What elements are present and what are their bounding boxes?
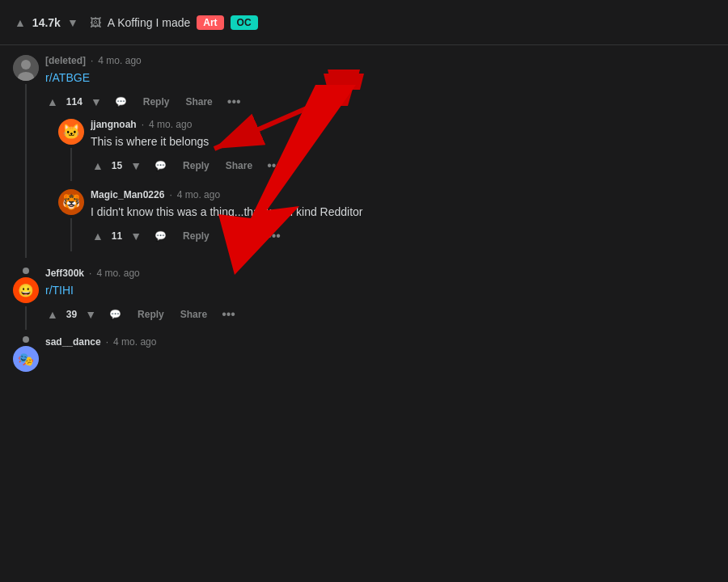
reply-author-c1r1: jjangnoah [91,119,137,130]
comment-meta-c1: [deleted] · 4 mo. ago [45,55,715,66]
tag-art[interactable]: Art [197,15,223,30]
comment-author-c1: [deleted] [45,55,86,66]
reply-text-c1r1: This is where it belongs [91,133,715,150]
reply-icon-c1r1[interactable]: 💬 [150,157,171,175]
comment-timestamp-c1: 4 mo. ago [98,55,141,66]
content-area: [deleted] · 4 mo. ago r/ATBGE ▲ 114 ▼ 💬 … [0,45,728,582]
share-button-c1[interactable]: Share [180,93,217,111]
avatar-sad-dance: 🎭 [13,346,39,372]
downvote-c1r2[interactable]: ▼ [129,228,143,244]
reply-icon-c1[interactable]: 💬 [110,93,132,111]
reply-actions-c1r1: ▲ 15 ▼ 💬 Reply Share ••• [91,157,715,175]
share-button-c1r1[interactable]: Share [221,157,257,175]
comment-body-c1: [deleted] · 4 mo. ago r/ATBGE ▲ 114 ▼ 💬 … [45,55,715,258]
reply-meta-c1r2: Magic_Man0226 · 4 mo. ago [91,189,715,200]
comment-left-c1 [13,55,39,258]
share-button-c2[interactable]: Share [176,306,212,323]
comment-actions-c1: ▲ 114 ▼ 💬 Reply Share ••• [45,93,715,111]
reply-actions-c1r2: ▲ 11 ▼ 💬 Reply Share ••• [91,227,715,245]
reply-body-c1r1: jjangnoah · 4 mo. ago This is where it b… [91,119,715,181]
comment-body-c2: Jeff300k · 4 mo. ago r/TIHI ▲ 39 ▼ 💬 Rep… [45,268,715,330]
comment-time-c1: · [91,55,93,66]
downvote-c1r1[interactable]: ▼ [129,158,143,174]
reply-left-c1r1: 🐱 [58,119,84,181]
vote-count-c1r2: 11 [112,230,122,242]
reply-c1r1: 🐱 jjangnoah · 4 mo. ago This is where it… [58,119,715,181]
reply-button-c2[interactable]: Reply [133,306,169,323]
reply-left-c1r2: 🐯 [58,189,84,251]
comment-actions-c2: ▲ 39 ▼ 💬 Reply Share ••• [45,306,715,323]
comment-c3: 🎭 sad__dance · 4 mo. ago [13,336,715,372]
upvote-c1r1[interactable]: ▲ [91,158,105,174]
vote-container: ▲ 14.7k ▼ [13,15,80,31]
downvote-c2[interactable]: ▼ [83,306,98,323]
avatar-deleted [13,55,39,81]
upvote-c1r2[interactable]: ▲ [91,228,105,244]
comment-meta-c3: sad__dance · 4 mo. ago [45,336,715,348]
reply-meta-c1r1: jjangnoah · 4 mo. ago [91,119,715,130]
vote-count: 14.7k [32,16,61,29]
comment-c2: 😀 Jeff300k · 4 mo. ago r/TIHI ▲ 39 ▼ 💬 R… [13,268,715,330]
vote-count-c2: 39 [66,309,77,320]
comment-time-c2: 4 mo. ago [96,268,139,279]
thread-line-c1r1 [70,148,72,181]
downvote-button[interactable]: ▼ [66,15,80,31]
post-title: A Koffing I made [108,16,190,29]
reply-button-c1r2[interactable]: Reply [178,227,214,245]
post-title-area: 🖼 A Koffing I made Art OC [90,15,258,30]
vote-count-c1r1: 15 [112,160,122,171]
avatar-jjangnoah: 🐱 [58,119,84,145]
reply-author-c1r2: Magic_Man0226 [91,189,164,200]
dot-indicator-c2 [23,268,29,274]
reply-body-c1r2: Magic_Man0226 · 4 mo. ago I didn't know … [91,189,715,251]
upvote-c2[interactable]: ▲ [45,306,60,323]
upvote-button[interactable]: ▲ [13,15,28,31]
reply-text-c1r2: I didn't know this was a thing...thank y… [91,204,715,221]
reply-time-c1r1: 4 mo. ago [149,119,192,130]
subreddit-link-c2[interactable]: r/TIHI [45,284,74,297]
reply-button-c1r1[interactable]: Reply [178,157,214,175]
subreddit-link-c1[interactable]: r/ATBGE [45,71,90,84]
svg-point-1 [21,60,31,70]
reply-button-c1[interactable]: Reply [138,93,175,111]
comment-c1: [deleted] · 4 mo. ago r/ATBGE ▲ 114 ▼ 💬 … [13,55,715,258]
comment-time-c3: 4 mo. ago [113,336,156,348]
comment-link-c1: r/ATBGE [45,70,715,86]
dot-indicator-c3 [23,336,29,343]
more-button-c1[interactable]: ••• [224,93,244,111]
gallery-icon: 🖼 [90,16,101,29]
thread-line-c1r2 [70,218,72,251]
reply-time-c1r2: 4 mo. ago [177,189,220,200]
reply-icon-c1r2[interactable]: 💬 [150,227,171,245]
nested-replies-c1: 🐱 jjangnoah · 4 mo. ago This is where it… [58,119,715,251]
reply-bubble-c1: 💬 [115,96,127,108]
reply-c1r2: 🐯 Magic_Man0226 · 4 mo. ago I didn't kno… [58,189,715,251]
comment-author-c2: Jeff300k [45,268,84,279]
top-bar: ▲ 14.7k ▼ 🖼 A Koffing I made Art OC [0,0,728,45]
share-button-c1r2[interactable]: Share [221,227,257,245]
thread-line-c2 [25,306,27,330]
tag-oc[interactable]: OC [231,15,258,30]
comment-meta-c2: Jeff300k · 4 mo. ago [45,268,715,279]
more-button-c1r2[interactable]: ••• [264,227,284,245]
vote-count-c1: 114 [66,96,83,108]
thread-line-c1 [25,84,27,258]
upvote-c1[interactable]: ▲ [45,94,60,110]
comment-author-c3: sad__dance [45,336,101,348]
comment-body-c3: sad__dance · 4 mo. ago [45,336,715,372]
avatar-magic-man: 🐯 [58,189,84,215]
comment-left-c2: 😀 [13,268,39,330]
avatar-jeff300k: 😀 [13,277,39,303]
comment-link-c2: r/TIHI [45,282,715,299]
more-button-c1r1[interactable]: ••• [264,157,284,175]
more-button-c2[interactable]: ••• [218,306,239,323]
reply-icon-c2[interactable]: 💬 [104,306,126,323]
comment-left-c3: 🎭 [13,336,39,372]
downvote-c1[interactable]: ▼ [89,94,104,110]
